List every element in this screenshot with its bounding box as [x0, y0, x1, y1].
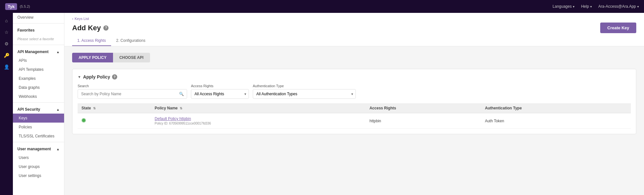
user-management-chevron: ▲ [56, 147, 60, 151]
sidebar-divider-4 [13, 142, 64, 142]
policy-name-sort-icon[interactable]: ⇅ [180, 107, 182, 110]
content-header: ‹ Keys List Add Key ? Create Key 1. Acce… [64, 13, 644, 46]
content-body: APPLY POLICY CHOOSE API ▼ Apply Policy ?… [64, 46, 644, 141]
step-tabs: 1. Access Rights 2. Configurations [72, 36, 636, 46]
page-title: Add Key ? [72, 24, 109, 32]
access-rights-filter-group: Access Rights All Access Rights Read Wri… [191, 84, 249, 99]
sidebar-divider-1 [13, 23, 64, 23]
favorites-header: Favorites [13, 25, 64, 34]
content-area: ‹ Keys List Add Key ? Create Key 1. Acce… [64, 13, 644, 195]
auth-type-select[interactable]: All Authentication Types Auth Token JWT … [253, 89, 356, 99]
api-management-header[interactable]: API Management ▲ [13, 46, 64, 56]
breadcrumb-arrow: ‹ [72, 17, 73, 21]
sidebar-item-policies[interactable]: Policies [13, 123, 64, 132]
auth-type-label: Authentication Type [253, 84, 356, 88]
security-icon-btn[interactable]: 🔑 [1, 50, 12, 60]
policy-table-wrap: State ⇅ Policy Name ⇅ Access Rights Auth… [78, 103, 631, 129]
search-filter-group: Search 🔍 [78, 84, 187, 99]
col-policy-name: Policy Name ⇅ [151, 103, 365, 113]
panel-collapse-icon[interactable]: ▼ [78, 75, 81, 79]
sidebar-item-user-groups[interactable]: User groups [13, 162, 64, 171]
favorites-icon-btn[interactable]: ☆ [1, 27, 12, 37]
row-auth-type: Auth Token [481, 113, 631, 129]
access-rights-select-wrap: All Access Rights Read Write [191, 89, 249, 99]
auth-type-select-wrap: All Authentication Types Auth Token JWT … [253, 89, 356, 99]
home-icon-btn[interactable]: ⌂ [1, 15, 12, 26]
sidebar-item-apis[interactable]: APIs [13, 56, 64, 65]
table-header-row: State ⇅ Policy Name ⇅ Access Rights Auth… [78, 103, 631, 113]
sidebar-item-examples[interactable]: Examples [13, 74, 64, 83]
api-security-section: API Security ▲ Keys Policies TLS/SSL Cer… [13, 104, 64, 141]
sidebar-item-keys[interactable]: Keys [13, 114, 64, 123]
access-rights-select[interactable]: All Access Rights Read Write [191, 89, 249, 99]
api-management-section: API Management ▲ APIs API Templates Exam… [13, 46, 64, 101]
filters-row: Search 🔍 Access Rights All Access Rights… [78, 84, 631, 99]
user-dropdown-icon: ▾ [637, 5, 639, 8]
user-menu[interactable]: Ara-Access@Ara.App ▾ [598, 4, 639, 9]
main-layout: ⌂ ☆ ⚙ 🔑 👤 Overview Favorites Please sele… [0, 13, 644, 195]
help-dropdown-icon: ▾ [590, 5, 592, 8]
create-key-button[interactable]: Create Key [600, 23, 636, 33]
access-rights-label: Access Rights [191, 84, 249, 88]
apply-policy-panel: ▼ Apply Policy ? Search 🔍 Access Right [72, 69, 636, 134]
policy-name-link[interactable]: Default Policy httpbin [155, 116, 362, 121]
policy-id: Policy ID: 67056999511cce00017fd336 [155, 122, 362, 125]
sidebar: Overview Favorites Please select a favor… [13, 13, 64, 195]
sidebar-item-data-graphs[interactable]: Data graphs [13, 83, 64, 92]
state-sort-icon[interactable]: ⇅ [93, 107, 96, 110]
version-label: (5.5.2) [20, 5, 30, 8]
sidebar-item-user-settings[interactable]: User settings [13, 171, 64, 180]
sidebar-overview[interactable]: Overview [13, 13, 64, 22]
col-state: State ⇅ [78, 103, 151, 113]
sidebar-divider-2 [13, 45, 64, 45]
tab-configurations[interactable]: 2. Configurations [111, 36, 151, 46]
favorites-placeholder: Please select a favorite [13, 34, 64, 43]
panel-title-row: ▼ Apply Policy ? [78, 74, 631, 79]
policy-table: State ⇅ Policy Name ⇅ Access Rights Auth… [78, 103, 631, 129]
api-management-chevron: ▲ [56, 50, 60, 54]
api-security-chevron: ▲ [56, 108, 60, 111]
icon-bar: ⌂ ☆ ⚙ 🔑 👤 [0, 13, 13, 195]
languages-dropdown-icon: ▾ [573, 5, 574, 8]
api-security-header[interactable]: API Security ▲ [13, 104, 64, 114]
page-title-row: Add Key ? Create Key [72, 23, 636, 33]
users-icon-btn[interactable]: 👤 [1, 62, 12, 72]
languages-menu[interactable]: Languages ▾ [553, 4, 574, 9]
choose-api-toggle[interactable]: CHOOSE API [113, 53, 150, 62]
col-access-rights: Access Rights [365, 103, 481, 113]
settings-icon-btn[interactable]: ⚙ [1, 39, 12, 49]
sidebar-section-favorites: Favorites Please select a favorite [13, 25, 64, 43]
panel-help-icon[interactable]: ? [112, 74, 117, 79]
user-management-section: User management ▲ Users User groups User… [13, 144, 64, 180]
tyk-logo: Tyk [5, 3, 17, 10]
top-nav: Tyk (5.5.2) Languages ▾ Help ▾ Ara-Acces… [0, 0, 644, 13]
breadcrumb[interactable]: ‹ Keys List [72, 17, 636, 21]
sidebar-divider-3 [13, 102, 64, 103]
tab-access-rights[interactable]: 1. Access Rights [72, 36, 111, 46]
sidebar-item-users[interactable]: Users [13, 153, 64, 162]
search-input[interactable] [78, 89, 187, 99]
panel-title: Apply Policy [83, 74, 110, 79]
search-icon: 🔍 [179, 92, 184, 96]
row-access-rights: httpbin [365, 113, 481, 129]
top-nav-left: Tyk (5.5.2) [5, 3, 30, 10]
user-management-header[interactable]: User management ▲ [13, 144, 64, 153]
row-state [78, 113, 151, 129]
table-row: Default Policy httpbin Policy ID: 670569… [78, 113, 631, 129]
sidebar-item-api-templates[interactable]: API Templates [13, 65, 64, 74]
help-menu[interactable]: Help ▾ [581, 4, 592, 9]
page-title-help-icon[interactable]: ? [103, 25, 109, 31]
row-policy-name: Default Policy httpbin Policy ID: 670569… [151, 113, 365, 129]
auth-type-filter-group: Authentication Type All Authentication T… [253, 84, 356, 99]
toggle-group: APPLY POLICY CHOOSE API [72, 53, 636, 62]
apply-policy-toggle[interactable]: APPLY POLICY [72, 53, 113, 62]
search-input-wrap: 🔍 [78, 89, 187, 99]
status-dot-active [81, 118, 86, 123]
col-auth-type: Authentication Type [481, 103, 631, 113]
top-nav-right: Languages ▾ Help ▾ Ara-Access@Ara.App ▾ [553, 4, 639, 9]
sidebar-item-webhooks[interactable]: Webhooks [13, 92, 64, 101]
sidebar-item-tls-certs[interactable]: TLS/SSL Certificates [13, 132, 64, 141]
search-label: Search [78, 84, 187, 88]
